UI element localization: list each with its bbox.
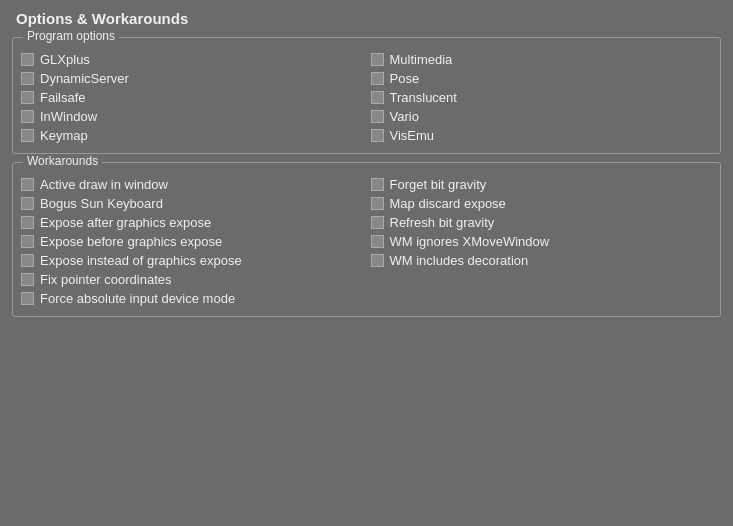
checkbox-item[interactable]: Keymap [21, 126, 363, 145]
checkbox[interactable] [21, 273, 34, 286]
checkbox-item[interactable]: Forget bit gravity [371, 175, 713, 194]
checkbox[interactable] [371, 216, 384, 229]
checkbox[interactable] [21, 254, 34, 267]
checkbox-label: Expose after graphics expose [40, 215, 211, 230]
checkbox-label: WM includes decoration [390, 253, 529, 268]
checkbox[interactable] [371, 178, 384, 191]
program-options-label: Program options [23, 29, 119, 43]
checkbox[interactable] [21, 91, 34, 104]
checkbox[interactable] [21, 216, 34, 229]
checkbox-label: Refresh bit gravity [390, 215, 495, 230]
checkbox-item[interactable]: Map discard expose [371, 194, 713, 213]
workarounds-left: Active draw in windowBogus Sun KeyboardE… [21, 175, 363, 308]
checkbox-item[interactable]: Bogus Sun Keyboard [21, 194, 363, 213]
checkbox-item[interactable]: Failsafe [21, 88, 363, 107]
checkbox-item[interactable]: Refresh bit gravity [371, 213, 713, 232]
checkbox-item[interactable]: InWindow [21, 107, 363, 126]
checkbox[interactable] [371, 110, 384, 123]
checkbox-item[interactable]: WM includes decoration [371, 251, 713, 270]
checkbox[interactable] [21, 53, 34, 66]
checkbox[interactable] [21, 110, 34, 123]
checkbox-item[interactable]: Fix pointer coordinates [21, 270, 363, 289]
page-title: Options & Workarounds [12, 10, 721, 27]
workarounds-right: Forget bit gravityMap discard exposeRefr… [371, 175, 713, 308]
checkbox-item[interactable]: GLXplus [21, 50, 363, 69]
checkbox-item[interactable]: Multimedia [371, 50, 713, 69]
checkbox-item[interactable]: Expose before graphics expose [21, 232, 363, 251]
program-options-grid: GLXplusDynamicServerFailsafeInWindowKeym… [21, 50, 712, 145]
workarounds-grid: Active draw in windowBogus Sun KeyboardE… [21, 175, 712, 308]
checkbox-label: Multimedia [390, 52, 453, 67]
checkbox-label: Translucent [390, 90, 457, 105]
checkbox[interactable] [371, 91, 384, 104]
checkbox-label: WM ignores XMoveWindow [390, 234, 550, 249]
checkbox-item[interactable]: WM ignores XMoveWindow [371, 232, 713, 251]
checkbox-item[interactable]: Translucent [371, 88, 713, 107]
checkbox-label: Force absolute input device mode [40, 291, 235, 306]
checkbox[interactable] [371, 254, 384, 267]
checkbox-label: Expose before graphics expose [40, 234, 222, 249]
checkbox[interactable] [371, 235, 384, 248]
checkbox[interactable] [21, 72, 34, 85]
checkbox-label: Bogus Sun Keyboard [40, 196, 163, 211]
checkbox-label: Vario [390, 109, 419, 124]
checkbox-label: Forget bit gravity [390, 177, 487, 192]
checkbox-label: Keymap [40, 128, 88, 143]
checkbox-item[interactable]: Pose [371, 69, 713, 88]
checkbox-item[interactable]: Active draw in window [21, 175, 363, 194]
program-options-right: MultimediaPoseTranslucentVarioVisEmu [371, 50, 713, 145]
checkbox-label: Expose instead of graphics expose [40, 253, 242, 268]
checkbox[interactable] [21, 197, 34, 210]
checkbox-label: Failsafe [40, 90, 86, 105]
checkbox-item[interactable]: Vario [371, 107, 713, 126]
checkbox[interactable] [371, 197, 384, 210]
checkbox[interactable] [21, 129, 34, 142]
program-options-left: GLXplusDynamicServerFailsafeInWindowKeym… [21, 50, 363, 145]
checkbox[interactable] [371, 53, 384, 66]
checkbox[interactable] [21, 178, 34, 191]
checkbox[interactable] [371, 129, 384, 142]
main-container: Options & Workarounds Program options GL… [0, 0, 733, 335]
workarounds-group: Workarounds Active draw in windowBogus S… [12, 162, 721, 317]
workarounds-label: Workarounds [23, 154, 102, 168]
checkbox-item[interactable]: Force absolute input device mode [21, 289, 363, 308]
checkbox-label: InWindow [40, 109, 97, 124]
checkbox-label: Map discard expose [390, 196, 506, 211]
checkbox-label: VisEmu [390, 128, 435, 143]
checkbox-label: DynamicServer [40, 71, 129, 86]
checkbox-item[interactable]: DynamicServer [21, 69, 363, 88]
checkbox-item[interactable]: VisEmu [371, 126, 713, 145]
program-options-group: Program options GLXplusDynamicServerFail… [12, 37, 721, 154]
checkbox-label: Pose [390, 71, 420, 86]
checkbox-label: Fix pointer coordinates [40, 272, 172, 287]
checkbox[interactable] [21, 292, 34, 305]
checkbox-item[interactable]: Expose instead of graphics expose [21, 251, 363, 270]
checkbox[interactable] [21, 235, 34, 248]
checkbox-item[interactable]: Expose after graphics expose [21, 213, 363, 232]
checkbox-label: Active draw in window [40, 177, 168, 192]
checkbox-label: GLXplus [40, 52, 90, 67]
checkbox[interactable] [371, 72, 384, 85]
